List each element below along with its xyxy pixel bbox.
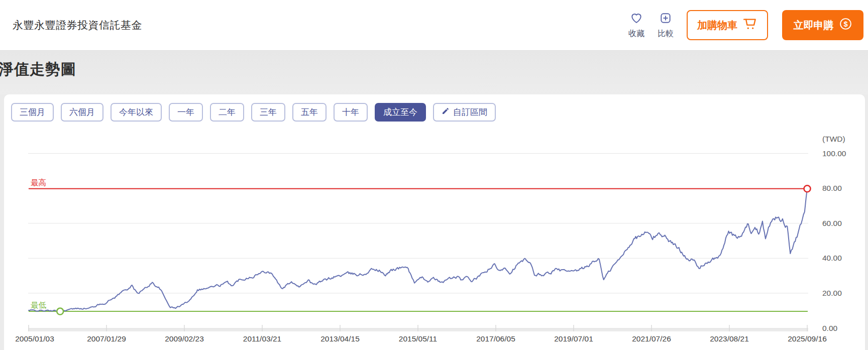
nav-chart-card: 三個月 六個月 今年以來 一年 二年 三年 五年 十年 成立至今 自訂區間 (4, 94, 865, 350)
pencil-icon (442, 107, 450, 118)
favorite-label: 收藏 (628, 29, 644, 39)
period-5y-button[interactable]: 五年 (292, 103, 327, 122)
subscribe-now-label: 立即申購 (794, 19, 834, 32)
period-custom-range-label: 自訂區間 (453, 106, 487, 118)
period-10y-button[interactable]: 十年 (334, 103, 368, 122)
svg-text:$: $ (843, 20, 847, 28)
period-3m-button[interactable]: 三個月 (11, 103, 54, 122)
period-since-inception-button[interactable]: 成立至今 (375, 103, 426, 122)
section-title: 淨值走勢圖 (0, 59, 76, 80)
period-custom-range-button[interactable]: 自訂區間 (433, 103, 496, 122)
heart-icon (630, 12, 643, 27)
header: 永豐永豐證券投資信託基金 收藏 比較 加購物車 (0, 0, 868, 51)
compare-button[interactable]: 比較 (658, 12, 674, 39)
subscribe-now-button[interactable]: 立即申購 $ (782, 10, 863, 40)
period-3y-button[interactable]: 三年 (251, 103, 285, 122)
period-selector: 三個月 六個月 今年以來 一年 二年 三年 五年 十年 成立至今 自訂區間 (11, 103, 496, 122)
compare-label: 比較 (658, 29, 674, 39)
add-to-cart-button[interactable]: 加購物車 (687, 10, 768, 40)
favorite-button[interactable]: 收藏 (628, 12, 644, 39)
header-actions: 收藏 比較 加購物車 立即申購 (628, 0, 863, 50)
plus-square-icon (659, 12, 672, 27)
cart-icon (742, 17, 757, 34)
section-band: 淨值走勢圖 (0, 51, 868, 94)
fund-title: 永豐永豐證券投資信託基金 (13, 18, 142, 32)
period-ytd-button[interactable]: 今年以來 (111, 103, 162, 122)
add-to-cart-label: 加購物車 (697, 19, 737, 32)
period-1y-button[interactable]: 一年 (169, 103, 203, 122)
period-6m-button[interactable]: 六個月 (61, 103, 103, 122)
dollar-circle-icon: $ (839, 17, 852, 33)
period-2y-button[interactable]: 二年 (210, 103, 244, 122)
